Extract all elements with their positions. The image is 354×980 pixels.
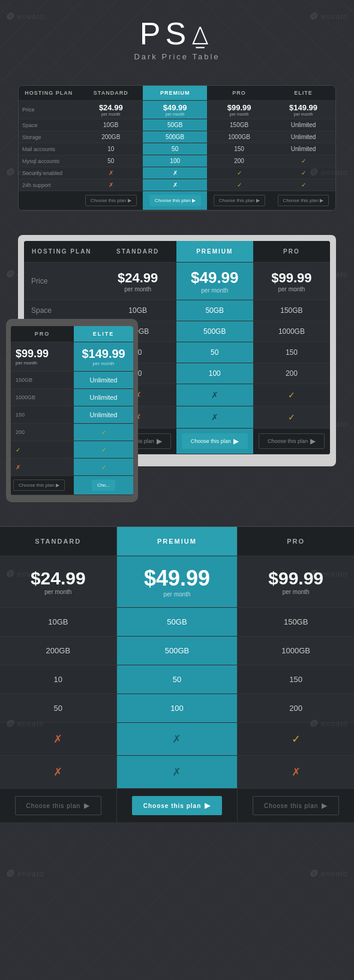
tab-col-elite: ELITE — [74, 326, 133, 342]
tab-storage-pro: 1000GB — [11, 389, 74, 406]
space-premium: 50GB — [143, 119, 207, 131]
col-header-elite: ELITE — [271, 86, 335, 101]
arrow-icon: ▶ — [157, 437, 162, 445]
choose-plan-premium-mini[interactable]: Choose this plan ▶ — [149, 195, 201, 206]
full-storage-std: 200GB — [0, 637, 116, 665]
space-elite: Unlimited — [271, 119, 335, 131]
arrow-prem-icon: ▶ — [205, 801, 211, 810]
section1-table-container: HOSTING PLAN STANDARD PREMIUM PRO ELITE … — [18, 85, 336, 211]
choose-plan-elite-tab[interactable]: Cho... — [92, 480, 115, 491]
mail-premium: 50 — [143, 143, 207, 155]
tab-sup-elite: ✓ — [74, 459, 133, 476]
section2-mockup-area: HOSTING PLAN STANDARD PREMIUM PRO Price … — [6, 235, 348, 490]
med-space-std: 10GB — [100, 300, 176, 321]
choose-plan-pro-tab[interactable]: Choose this plan ▶ — [13, 480, 65, 491]
choose-plan-standard-mini[interactable]: Choose this plan ▶ — [85, 195, 137, 206]
tablet-screen: PRO ELITE $99.99per month $149.99per mon… — [11, 326, 133, 495]
logo: PS⍙ — [0, 18, 354, 49]
choose-plan-pro-full[interactable]: Choose this plan ▶ — [253, 796, 340, 815]
full-col-pro: PRO — [238, 527, 354, 556]
price-standard: $24.99per month — [79, 101, 143, 119]
tab-storage-elite: Unlimited — [74, 389, 133, 406]
watermark-13: 🅥 envato — [6, 869, 44, 878]
tab-mysql-elite: ✓ — [74, 424, 133, 441]
mail-pro: 150 — [207, 143, 271, 155]
tablet-mockup: PRO ELITE $99.99per month $149.99per mon… — [6, 319, 138, 502]
med-price-pro: $99.99per month — [253, 263, 330, 300]
choose-plan-pro-med[interactable]: Choose this plan ▶ — [259, 433, 325, 449]
label-mysql: Mysql accounts — [19, 155, 79, 167]
support-standard: ✗ — [79, 179, 143, 191]
med-sec-prem: ✗ — [176, 384, 253, 406]
med-mysql-prem: 100 — [176, 363, 253, 384]
choose-plan-pro-mini[interactable]: Choose this plan ▶ — [214, 195, 265, 206]
med-sec-pro: ✓ — [253, 384, 330, 406]
full-price-premium: $49.99 per month — [116, 556, 238, 608]
med-col-premium: PREMIUM — [176, 241, 253, 263]
label-space: Space — [19, 119, 79, 131]
choose-plan-premium-full[interactable]: Choose this plan ▶ — [132, 796, 223, 815]
btn-standard-cell: Choose this plan ▶ — [79, 191, 143, 210]
btn-pro-cell: Choose this plan ▶ — [207, 191, 271, 210]
med-storage-pro: 1000GB — [253, 321, 330, 342]
support-elite: ✓ — [271, 179, 335, 191]
full-space-std: 10GB — [0, 608, 116, 637]
tab-col-pro: PRO — [11, 326, 74, 342]
tab-mysql-pro: 200 — [11, 424, 74, 441]
med-btn-pro-cell: Choose this plan ▶ — [253, 429, 330, 454]
security-premium: ✗ — [143, 167, 207, 179]
mail-standard: 10 — [79, 143, 143, 155]
full-sec-prem: ✗ — [116, 723, 238, 756]
tab-btn-elite: Cho... — [74, 476, 133, 495]
price-elite: $149.99per month — [271, 101, 335, 119]
full-storage-pro: 1000GB — [238, 637, 354, 665]
mysql-standard: 50 — [79, 155, 143, 167]
tab-price-elite: $149.99per month — [74, 342, 133, 372]
label-storage: Storage — [19, 131, 79, 143]
tablet-price-table: PRO ELITE $99.99per month $149.99per mon… — [11, 326, 133, 495]
med-btn-prem-cell: Choose this plan ▶ — [176, 429, 253, 454]
choose-plan-standard-label: Choose this plan — [26, 803, 81, 809]
choose-plan-premium-med[interactable]: Choose this plan ▶ — [182, 433, 248, 449]
price-pro: $99.99per month — [207, 101, 271, 119]
tab-sec-elite: ✓ — [74, 441, 133, 459]
full-col-standard: STANDARD — [0, 527, 116, 556]
tab-price-pro: $99.99per month — [11, 342, 74, 372]
choose-plan-pro-label: Choose this plan — [264, 803, 319, 809]
label-mail: Mail accounts — [19, 143, 79, 155]
space-standard: 10GB — [79, 119, 143, 131]
full-btn-std-cell: Choose this plan ▶ — [0, 789, 116, 823]
choose-plan-elite-mini[interactable]: Choose this plan ▶ — [278, 195, 329, 206]
col-header-premium: PREMIUM — [143, 86, 207, 101]
section3-table-container: STANDARD PREMIUM PRO $24.99 per month $4… — [0, 526, 354, 823]
full-sec-pro: ✓ — [238, 723, 354, 756]
arrow-icon-pro: ▶ — [310, 437, 316, 445]
storage-premium: 500GB — [143, 131, 207, 143]
full-space-pro: 150GB — [238, 608, 354, 637]
security-standard: ✗ — [79, 167, 143, 179]
full-btn-pro-cell: Choose this plan ▶ — [238, 789, 354, 823]
header: PS⍙ Dark Price Table — [0, 0, 354, 73]
med-sup-pro: ✓ — [253, 406, 330, 429]
full-mysql-prem: 100 — [116, 694, 238, 723]
med-label-space: Space — [24, 300, 100, 321]
full-sec-std: ✗ — [0, 723, 116, 756]
mail-elite: Unlimited — [271, 143, 335, 155]
full-col-premium: PREMIUM — [116, 527, 238, 556]
full-sup-prem: ✗ — [116, 756, 238, 789]
support-premium: ✗ — [143, 179, 207, 191]
tab-space-pro: 150GB — [11, 372, 74, 389]
tab-sec-pro: ✓ — [11, 441, 74, 459]
arrow-pro-icon: ▶ — [322, 801, 328, 810]
tab-btn-pro: Choose this plan ▶ — [11, 476, 74, 495]
col-header-hosting: HOSTING PLAN — [19, 86, 79, 101]
label-price: Price — [19, 101, 79, 119]
full-sup-std: ✗ — [0, 756, 116, 789]
storage-standard: 200GB — [79, 131, 143, 143]
mysql-elite: ✓ — [271, 155, 335, 167]
full-price-pro: $99.99 per month — [238, 556, 354, 608]
tab-sup-pro: ✗ — [11, 459, 74, 476]
price-premium: $49.99per month — [143, 101, 207, 119]
tab-mail-pro: 150 — [11, 406, 74, 424]
choose-plan-standard-full[interactable]: Choose this plan ▶ — [15, 796, 102, 815]
